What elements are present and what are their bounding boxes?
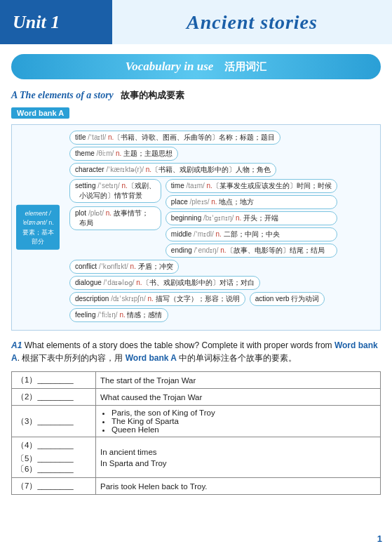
table-row: （4）________ 〔5）________ 〔6）________ In a… [12,437,381,478]
word-conflict: conflict /ˈkɒnflɪkt/ n. 矛盾；冲突 [69,260,179,274]
table-cell-blank-3: （3）________ [12,406,96,437]
word-place: place /pleɪs/ n. 地点；地方 [165,195,337,209]
word-bank-content: title /ˈtaɪtl/ n.〔书籍、诗歌、图画、乐曲等的〕名称；标题；题目… [69,131,374,322]
word-setting: setting /ˈsetɪŋ/ n.〔戏剧、 小说写的〕情节背景 [69,179,161,203]
word-theme: theme /θiːm/ n. 主题；主题思想 [69,147,178,161]
table-row: （1）________ The start of the Trojan War [12,372,381,389]
table-cell-blank-7: （7）________ [12,478,96,495]
vocab-banner: Vocabulary in use 活用词汇 [11,54,381,79]
word-bank-box: element /ˈelɪmənt/ n. 要素；基本部分 title /ˈta… [11,124,381,331]
wb-row-desc-action: description /dɪˈskrɪpʃn/ n. 描写（文字）；形容；说明… [69,292,374,306]
table-cell-content-2: What caused the Trojan War [96,389,381,406]
word-title: title /ˈtaɪtl/ n.〔书籍、诗歌、图画、乐曲等的〕名称；标题；题目 [69,131,281,145]
exercise-table: （1）________ The start of the Trojan War … [11,371,381,495]
element-label: element /ˈelɪmənt/ n. 要素；基本部分 [16,205,60,250]
blank-3-label: （3）________ [16,417,74,425]
title-text: Ancient stories [187,11,318,34]
wb-left-col: setting /ˈsetɪŋ/ n.〔戏剧、 小说写的〕情节背景 plot /… [69,179,161,230]
word-beginning: beginning /bɪˈɡɪnɪŋ/ n. 开头；开端 [165,211,337,225]
table-cell-content-3: Paris, the son of King of Troy The King … [96,406,381,437]
word-middle: middle /ˈmɪdl/ n. 二部；中间；中央 [165,227,337,241]
page-number: 1 [377,533,382,544]
section-a-heading: A The elements of a story 故事的构成要素 [11,89,381,102]
table-row: （2）________ What caused the Trojan War [12,389,381,406]
content-56a: In ancient times [100,448,376,456]
wb-right-col: time /taɪm/ n.〔某事发生或应该发生的〕时间；时候 place /p… [165,179,337,258]
blank-1-label: （1）________ [16,376,74,384]
word-feeling: feeling /ˈfiːlɪŋ/ n. 情感；感情 [69,308,168,322]
table-cell-blank-4: （4）________ 〔5）________ 〔6）________ [12,437,96,478]
wb-row-dialogue: dialogue /ˈdaɪəlɒɡ/ n.〔书、戏剧或电影中的〕对话；对白 [69,276,374,290]
blank-2-label: （2）________ [16,392,74,401]
word-action-verb: action verb 行为动词 [250,292,325,306]
blank-6-label: 〔6）________ [16,464,91,474]
word-description: description /dɪˈskrɪpʃn/ n. 描写（文字）；形容；说明 [69,292,245,306]
word-plot: plot /plɒt/ n. 故事情节； 布局 [69,206,161,230]
vocab-banner-cn: 活用词汇 [224,60,266,74]
table-cell-content-4: In ancient times In Sparta and Troy [96,437,381,478]
wb-row-title: title /ˈtaɪtl/ n.〔书籍、诗歌、图画、乐曲等的〕名称；标题；题目 [69,131,374,145]
table-row: （3）________ Paris, the son of King of Tr… [12,406,381,437]
page-number-text: 1 [377,533,382,544]
list-item: Queen Helen [111,425,376,434]
page-header: Unit 1 Ancient stories [0,0,392,44]
word-ending: ending /ˈendɪŋ/ n.〔故事、电影等的〕结尾；结局 [165,244,337,258]
a1-suffix2: 中的单词标注各个故事的要素。 [177,353,297,363]
word-character: character /ˈkærɪktə(r)/ n.〔书籍、戏剧或电影中的〕人物… [69,163,276,177]
a1-instruction: A1 What elements of a story does the tab… [11,339,381,364]
chapter-title: Ancient stories [112,0,392,44]
a1-suffix: . 根据下表中所列的内容，用 [18,353,126,363]
content-56b: In Sparta and Troy [100,459,376,467]
a1-bold-link2: Word bank A [126,353,177,363]
vocab-banner-en: Vocabulary in use [126,60,214,74]
list-item: Paris, the son of King of Troy [111,409,376,417]
wb-row-character: character /ˈkærɪktə(r)/ n.〔书籍、戏剧或电影中的〕人物… [69,163,374,177]
table-cell-blank-2: （2）________ [12,389,96,406]
unit-label: Unit 1 [0,0,112,44]
word-dialogue: dialogue /ˈdaɪəlɒɡ/ n.〔书、戏剧或电影中的〕对话；对白 [69,276,260,290]
list-item: The King of Sparta [111,417,376,425]
unit-text: Unit 1 [13,12,60,33]
main-content: Vocabulary in use 活用词汇 A The elements of… [0,44,392,502]
word-time: time /taɪm/ n.〔某事发生或应该发生的〕时间；时候 [165,179,337,193]
word-bank-label: Word bank A [11,107,69,119]
wb-row-theme: theme /θiːm/ n. 主题；主题思想 [69,147,374,161]
table-row: （7）________ Paris took Helen back to Tro… [12,478,381,495]
table-cell-content-1: The start of the Trojan War [96,372,381,389]
blank-4-label: （4）________ [16,440,91,451]
bullet-list-3: Paris, the son of King of Troy The King … [100,409,376,434]
a1-prefix: What elements of a story does the table … [25,340,334,350]
wb-row-conflict: conflict /ˈkɒnflɪkt/ n. 矛盾；冲突 [69,260,374,274]
a1-label: A1 [11,340,22,350]
section-a-cn: 故事的构成要素 [121,90,184,100]
table-cell-content-7: Paris took Helen back to Troy. [96,478,381,495]
blank-5-label: 〔5）________ [16,453,91,464]
table-cell-blank-1: （1）________ [12,372,96,389]
wb-row-setting-group: setting /ˈsetɪŋ/ n.〔戏剧、 小说写的〕情节背景 plot /… [69,179,374,258]
section-a-en: A The elements of a story [11,90,114,100]
blank-56-group: 〔5）________ 〔6）________ [16,453,91,474]
wb-row-feeling: feeling /ˈfiːlɪŋ/ n. 情感；感情 [69,308,374,322]
blank-7-label: （7）________ [16,482,74,490]
